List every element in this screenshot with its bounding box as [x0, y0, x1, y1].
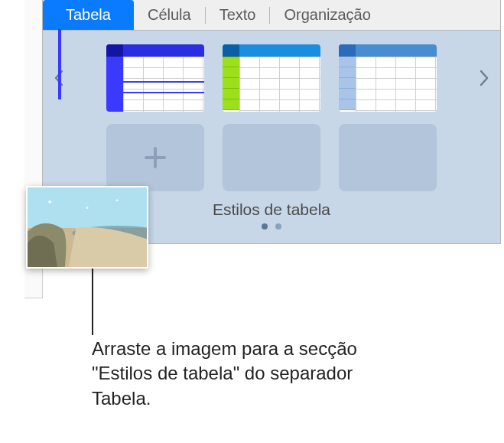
svg-point-5 [116, 199, 119, 201]
callout-text: Arraste a imagem para a secção "Estilos … [92, 337, 382, 411]
tab-arrange[interactable]: Organização [270, 0, 384, 30]
tab-table[interactable]: Tabela [43, 0, 134, 30]
plus-icon [140, 142, 171, 173]
svg-point-4 [86, 207, 89, 209]
table-style-3[interactable] [339, 44, 437, 112]
table-style-2[interactable] [223, 44, 320, 112]
table-style-1[interactable] [106, 44, 204, 112]
next-styles-button[interactable] [477, 67, 491, 89]
inspector-tabs: Tabela Célula Texto Organização [43, 0, 500, 31]
table-styles-row [52, 44, 491, 112]
pager-dot-1[interactable] [262, 223, 268, 230]
svg-point-3 [48, 200, 51, 204]
chevron-right-icon [479, 70, 489, 86]
add-style-slot[interactable] [106, 124, 204, 191]
dragged-image-thumbnail[interactable] [26, 186, 148, 269]
callout-leader-line [92, 268, 93, 335]
empty-style-slots [75, 124, 468, 191]
tab-text[interactable]: Texto [206, 0, 270, 30]
empty-style-slot[interactable] [339, 124, 437, 191]
beach-photo-icon [28, 187, 147, 267]
pager-dot-2[interactable] [275, 223, 281, 230]
style-thumbnails [73, 44, 470, 112]
tab-cell[interactable]: Célula [134, 0, 205, 30]
empty-style-slot[interactable] [223, 124, 320, 191]
